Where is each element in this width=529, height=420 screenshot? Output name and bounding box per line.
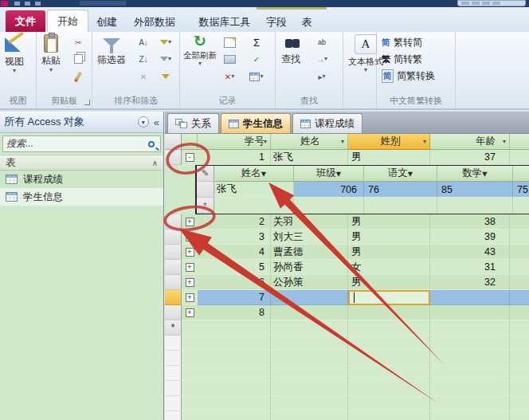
simplified-to-traditional-button[interactable]: 繁 简转繁	[382, 52, 422, 67]
cell[interactable]: 31	[430, 260, 510, 275]
cell[interactable]: 男	[348, 230, 430, 245]
cell[interactable]: 关羽	[271, 214, 348, 230]
spell-check-button[interactable]: ✓	[247, 52, 266, 66]
tab-database-tools[interactable]: 数据库工具	[190, 14, 260, 31]
cell[interactable]	[437, 198, 513, 214]
cell[interactable]	[430, 290, 510, 305]
expand-button[interactable]: -	[186, 153, 194, 162]
sub-column-header-1[interactable]: 姓名▾	[214, 166, 294, 182]
advanced-filter-button[interactable]: ▾	[156, 52, 175, 66]
traditional-to-simplified-button[interactable]: 简 繁转简	[382, 35, 422, 50]
selection-filter-button[interactable]: ▾	[156, 35, 175, 49]
cell[interactable]: 女	[348, 260, 430, 275]
row-selector[interactable]	[197, 182, 214, 198]
cell[interactable]	[214, 198, 294, 214]
cell[interactable]	[430, 320, 510, 336]
cell[interactable]: 张飞	[214, 182, 294, 198]
cell[interactable]	[348, 290, 430, 305]
cell[interactable]	[348, 320, 430, 336]
new-record-selector[interactable]: *	[197, 198, 214, 214]
cell[interactable]	[271, 290, 348, 305]
cell[interactable]: 38	[430, 214, 510, 230]
cell[interactable]: 7	[198, 290, 271, 305]
cell[interactable]	[510, 320, 529, 336]
filter-button[interactable]: 筛选器	[97, 34, 126, 67]
cell[interactable]: 3	[198, 230, 271, 245]
quick-access-redo-icon[interactable]	[35, 2, 41, 6]
tab-external-data[interactable]: 外部数据	[127, 14, 182, 31]
tab-table[interactable]: 表	[295, 14, 319, 31]
sub-column-header-2[interactable]: 班级▾	[294, 166, 364, 182]
cell[interactable]: 刘大三	[271, 230, 348, 245]
cell[interactable]: 男	[348, 245, 430, 260]
column-dropdown-icon[interactable]: ▾	[336, 167, 341, 179]
column-header-2[interactable]: 姓名▾	[271, 134, 348, 150]
cell[interactable]: 6	[198, 275, 271, 290]
row-selector[interactable]	[165, 305, 182, 320]
cell[interactable]	[510, 275, 529, 290]
cell[interactable]	[510, 290, 529, 305]
cell[interactable]	[513, 198, 529, 214]
sub-column-header-3[interactable]: 语文▾	[364, 166, 437, 182]
column-dropdown-icon[interactable]: ▾	[341, 138, 344, 145]
column-dropdown-icon[interactable]: ▾	[482, 167, 487, 179]
window-controls-fragment[interactable]	[457, 0, 526, 6]
row-selector[interactable]	[165, 214, 182, 230]
cell[interactable]	[271, 305, 348, 320]
save-record-button[interactable]	[220, 52, 239, 66]
column-header-5[interactable]: 班级▾	[510, 134, 529, 150]
doc-tab-relationships[interactable]: 关系	[167, 113, 219, 133]
expand-button[interactable]: +	[186, 218, 194, 226]
expand-button[interactable]: +	[186, 233, 194, 241]
row-selector[interactable]	[165, 150, 182, 165]
cell[interactable]	[510, 230, 529, 245]
more-records-button[interactable]: ▾	[247, 69, 266, 84]
format-painter-button[interactable]	[69, 69, 88, 84]
cell[interactable]	[294, 198, 364, 214]
select-button[interactable]: ▸▾	[312, 69, 331, 84]
cell[interactable]: 1	[198, 150, 271, 165]
column-dropdown-icon[interactable]: ▾	[408, 167, 413, 179]
subdatasheet-selector[interactable]: ✎	[197, 166, 214, 182]
nav-item-student-info[interactable]: 学生信息	[0, 188, 163, 206]
cell[interactable]	[348, 305, 430, 320]
nav-pane-menu-icon[interactable]: ▼	[138, 116, 149, 128]
cell[interactable]	[364, 198, 437, 214]
row-selector[interactable]	[165, 290, 182, 305]
cell[interactable]: 37	[430, 150, 510, 165]
nav-section-tables[interactable]: 表 ∧	[0, 155, 163, 171]
tab-fields[interactable]: 字段	[261, 14, 292, 31]
expand-button[interactable]: +	[186, 248, 194, 257]
column-header-3[interactable]: 姓别▾	[348, 134, 430, 150]
tab-file[interactable]: 文件	[6, 10, 45, 32]
toggle-filter-button[interactable]	[156, 69, 175, 84]
expand-button[interactable]: +	[186, 308, 194, 317]
tab-home[interactable]: 开始	[47, 10, 88, 32]
row-selector[interactable]	[165, 230, 182, 245]
cell[interactable]: 曹孟德	[271, 245, 348, 260]
cell[interactable]: 男	[348, 150, 430, 165]
cell[interactable]: 85	[437, 182, 513, 198]
totals-button[interactable]: Σ	[247, 35, 266, 49]
nav-item-course-grades[interactable]: 课程成绩	[0, 171, 163, 188]
quick-access-save-icon[interactable]	[14, 2, 20, 6]
column-dropdown-icon[interactable]: ▾	[264, 138, 267, 145]
cut-button[interactable]: ✂	[69, 35, 88, 49]
sort-ascending-button[interactable]: A↓	[134, 35, 153, 49]
new-record-selector[interactable]: *	[165, 320, 182, 336]
copy-button[interactable]	[69, 52, 88, 66]
cell[interactable]: 4	[198, 245, 271, 260]
column-dropdown-icon[interactable]: ▾	[503, 138, 506, 145]
sub-column-header-extra[interactable]	[513, 166, 529, 182]
column-header-4[interactable]: 年龄▾	[430, 134, 510, 150]
row-selector[interactable]	[165, 260, 182, 275]
refresh-all-button[interactable]: ↻ 全部刷新 ▾	[182, 34, 218, 66]
doc-tab-student-info[interactable]: 学生信息	[221, 113, 291, 133]
cell[interactable]: 76	[364, 182, 437, 198]
cell[interactable]	[271, 320, 348, 336]
delete-record-button[interactable]: ✕▾	[220, 69, 239, 84]
cell[interactable]	[510, 260, 529, 275]
shutter-bar-collapse-icon[interactable]: «	[154, 116, 159, 128]
cell[interactable]: 公孙策	[271, 275, 348, 290]
search-icon[interactable]	[148, 141, 155, 147]
